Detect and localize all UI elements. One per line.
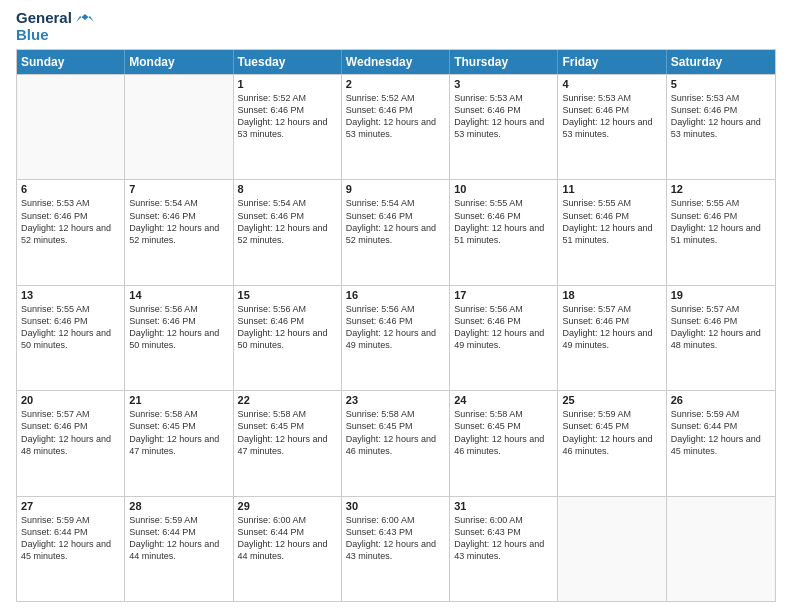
cell-info: Sunrise: 5:55 AM Sunset: 6:46 PM Dayligh… xyxy=(562,197,661,246)
calendar-day-header: Wednesday xyxy=(342,50,450,74)
day-number: 1 xyxy=(238,78,337,90)
sunrise: Sunrise: 5:54 AM xyxy=(129,198,198,208)
daylight: Daylight: 12 hours and 45 minutes. xyxy=(671,434,761,456)
sunrise: Sunrise: 6:00 AM xyxy=(238,515,307,525)
daylight: Daylight: 12 hours and 46 minutes. xyxy=(346,434,436,456)
sunrise: Sunrise: 5:56 AM xyxy=(346,304,415,314)
cell-info: Sunrise: 5:52 AM Sunset: 6:46 PM Dayligh… xyxy=(346,92,445,141)
sunset: Sunset: 6:46 PM xyxy=(238,211,305,221)
daylight: Daylight: 12 hours and 52 minutes. xyxy=(346,223,436,245)
calendar-week: 1 Sunrise: 5:52 AM Sunset: 6:46 PM Dayli… xyxy=(17,74,775,179)
sunrise: Sunrise: 5:54 AM xyxy=(238,198,307,208)
sunset: Sunset: 6:46 PM xyxy=(562,316,629,326)
sunset: Sunset: 6:45 PM xyxy=(346,421,413,431)
calendar-cell: 17 Sunrise: 5:56 AM Sunset: 6:46 PM Dayl… xyxy=(450,286,558,390)
day-number: 26 xyxy=(671,394,771,406)
cell-info: Sunrise: 5:54 AM Sunset: 6:46 PM Dayligh… xyxy=(238,197,337,246)
daylight: Daylight: 12 hours and 53 minutes. xyxy=(671,117,761,139)
sunrise: Sunrise: 5:55 AM xyxy=(562,198,631,208)
calendar-cell: 2 Sunrise: 5:52 AM Sunset: 6:46 PM Dayli… xyxy=(342,75,450,179)
daylight: Daylight: 12 hours and 48 minutes. xyxy=(671,328,761,350)
day-number: 3 xyxy=(454,78,553,90)
daylight: Daylight: 12 hours and 51 minutes. xyxy=(671,223,761,245)
day-number: 8 xyxy=(238,183,337,195)
sunrise: Sunrise: 5:55 AM xyxy=(21,304,90,314)
calendar-header: SundayMondayTuesdayWednesdayThursdayFrid… xyxy=(17,50,775,74)
day-number: 15 xyxy=(238,289,337,301)
calendar-day-header: Friday xyxy=(558,50,666,74)
calendar-cell: 1 Sunrise: 5:52 AM Sunset: 6:46 PM Dayli… xyxy=(234,75,342,179)
cell-info: Sunrise: 6:00 AM Sunset: 6:43 PM Dayligh… xyxy=(454,514,553,563)
sunrise: Sunrise: 5:58 AM xyxy=(454,409,523,419)
calendar-cell: 29 Sunrise: 6:00 AM Sunset: 6:44 PM Dayl… xyxy=(234,497,342,601)
sunrise: Sunrise: 5:52 AM xyxy=(346,93,415,103)
calendar-cell: 18 Sunrise: 5:57 AM Sunset: 6:46 PM Dayl… xyxy=(558,286,666,390)
cell-info: Sunrise: 6:00 AM Sunset: 6:43 PM Dayligh… xyxy=(346,514,445,563)
calendar-body: 1 Sunrise: 5:52 AM Sunset: 6:46 PM Dayli… xyxy=(17,74,775,601)
sunset: Sunset: 6:46 PM xyxy=(129,316,196,326)
cell-info: Sunrise: 5:58 AM Sunset: 6:45 PM Dayligh… xyxy=(454,408,553,457)
day-number: 12 xyxy=(671,183,771,195)
sunrise: Sunrise: 5:53 AM xyxy=(21,198,90,208)
calendar-cell xyxy=(667,497,775,601)
cell-info: Sunrise: 5:59 AM Sunset: 6:44 PM Dayligh… xyxy=(21,514,120,563)
sunset: Sunset: 6:46 PM xyxy=(454,211,521,221)
sunset: Sunset: 6:44 PM xyxy=(238,527,305,537)
daylight: Daylight: 12 hours and 45 minutes. xyxy=(21,539,111,561)
sunrise: Sunrise: 5:58 AM xyxy=(346,409,415,419)
sunrise: Sunrise: 5:58 AM xyxy=(129,409,198,419)
logo: General Blue xyxy=(16,10,94,43)
day-number: 4 xyxy=(562,78,661,90)
calendar-cell: 12 Sunrise: 5:55 AM Sunset: 6:46 PM Dayl… xyxy=(667,180,775,284)
sunrise: Sunrise: 5:57 AM xyxy=(671,304,740,314)
daylight: Daylight: 12 hours and 47 minutes. xyxy=(238,434,328,456)
cell-info: Sunrise: 5:57 AM Sunset: 6:46 PM Dayligh… xyxy=(562,303,661,352)
sunset: Sunset: 6:46 PM xyxy=(346,105,413,115)
day-number: 7 xyxy=(129,183,228,195)
day-number: 19 xyxy=(671,289,771,301)
calendar-week: 27 Sunrise: 5:59 AM Sunset: 6:44 PM Dayl… xyxy=(17,496,775,601)
sunset: Sunset: 6:46 PM xyxy=(129,211,196,221)
calendar-cell: 22 Sunrise: 5:58 AM Sunset: 6:45 PM Dayl… xyxy=(234,391,342,495)
calendar-cell: 13 Sunrise: 5:55 AM Sunset: 6:46 PM Dayl… xyxy=(17,286,125,390)
daylight: Daylight: 12 hours and 44 minutes. xyxy=(129,539,219,561)
svg-marker-0 xyxy=(76,14,94,22)
daylight: Daylight: 12 hours and 43 minutes. xyxy=(454,539,544,561)
calendar-cell: 16 Sunrise: 5:56 AM Sunset: 6:46 PM Dayl… xyxy=(342,286,450,390)
calendar-cell: 14 Sunrise: 5:56 AM Sunset: 6:46 PM Dayl… xyxy=(125,286,233,390)
calendar-day-header: Thursday xyxy=(450,50,558,74)
logo-text-general: General xyxy=(16,10,94,27)
page: General Blue SundayMondayTuesdayWednesda… xyxy=(0,0,792,612)
daylight: Daylight: 12 hours and 49 minutes. xyxy=(346,328,436,350)
calendar-week: 20 Sunrise: 5:57 AM Sunset: 6:46 PM Dayl… xyxy=(17,390,775,495)
calendar-day-header: Sunday xyxy=(17,50,125,74)
sunrise: Sunrise: 5:56 AM xyxy=(238,304,307,314)
daylight: Daylight: 12 hours and 53 minutes. xyxy=(346,117,436,139)
cell-info: Sunrise: 5:56 AM Sunset: 6:46 PM Dayligh… xyxy=(238,303,337,352)
cell-info: Sunrise: 5:53 AM Sunset: 6:46 PM Dayligh… xyxy=(454,92,553,141)
cell-info: Sunrise: 5:59 AM Sunset: 6:44 PM Dayligh… xyxy=(671,408,771,457)
sunrise: Sunrise: 5:56 AM xyxy=(454,304,523,314)
calendar-cell: 28 Sunrise: 5:59 AM Sunset: 6:44 PM Dayl… xyxy=(125,497,233,601)
cell-info: Sunrise: 5:53 AM Sunset: 6:46 PM Dayligh… xyxy=(562,92,661,141)
sunrise: Sunrise: 5:53 AM xyxy=(562,93,631,103)
cell-info: Sunrise: 5:53 AM Sunset: 6:46 PM Dayligh… xyxy=(671,92,771,141)
calendar-cell: 19 Sunrise: 5:57 AM Sunset: 6:46 PM Dayl… xyxy=(667,286,775,390)
sunrise: Sunrise: 6:00 AM xyxy=(346,515,415,525)
calendar-cell: 21 Sunrise: 5:58 AM Sunset: 6:45 PM Dayl… xyxy=(125,391,233,495)
daylight: Daylight: 12 hours and 51 minutes. xyxy=(454,223,544,245)
cell-info: Sunrise: 5:56 AM Sunset: 6:46 PM Dayligh… xyxy=(129,303,228,352)
calendar-cell: 6 Sunrise: 5:53 AM Sunset: 6:46 PM Dayli… xyxy=(17,180,125,284)
sunrise: Sunrise: 5:53 AM xyxy=(671,93,740,103)
calendar: SundayMondayTuesdayWednesdayThursdayFrid… xyxy=(16,49,776,602)
cell-info: Sunrise: 5:56 AM Sunset: 6:46 PM Dayligh… xyxy=(454,303,553,352)
daylight: Daylight: 12 hours and 46 minutes. xyxy=(454,434,544,456)
cell-info: Sunrise: 6:00 AM Sunset: 6:44 PM Dayligh… xyxy=(238,514,337,563)
calendar-cell: 20 Sunrise: 5:57 AM Sunset: 6:46 PM Dayl… xyxy=(17,391,125,495)
sunrise: Sunrise: 5:53 AM xyxy=(454,93,523,103)
cell-info: Sunrise: 5:55 AM Sunset: 6:46 PM Dayligh… xyxy=(21,303,120,352)
day-number: 6 xyxy=(21,183,120,195)
sunset: Sunset: 6:46 PM xyxy=(346,211,413,221)
calendar-cell: 11 Sunrise: 5:55 AM Sunset: 6:46 PM Dayl… xyxy=(558,180,666,284)
sunset: Sunset: 6:45 PM xyxy=(129,421,196,431)
